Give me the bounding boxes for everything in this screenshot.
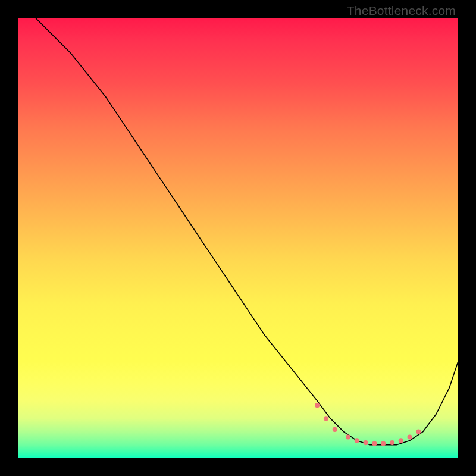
valley-dot bbox=[355, 438, 359, 443]
chart-svg bbox=[18, 18, 458, 458]
valley-dot bbox=[364, 440, 368, 445]
valley-dot bbox=[324, 416, 328, 421]
valley-dot bbox=[408, 434, 412, 439]
bottleneck-curve bbox=[36, 18, 458, 445]
watermark-text: TheBottleneck.com bbox=[347, 4, 456, 18]
valley-dot bbox=[333, 427, 337, 432]
valley-dot bbox=[372, 441, 377, 446]
bottleneck-curve-group bbox=[36, 18, 458, 445]
valley-dot bbox=[346, 434, 350, 439]
valley-dot bbox=[390, 440, 394, 445]
valley-dot bbox=[399, 438, 403, 443]
valley-dots-group bbox=[315, 403, 421, 446]
valley-dot bbox=[315, 403, 320, 408]
valley-dot bbox=[416, 430, 421, 434]
valley-dot bbox=[381, 441, 386, 446]
